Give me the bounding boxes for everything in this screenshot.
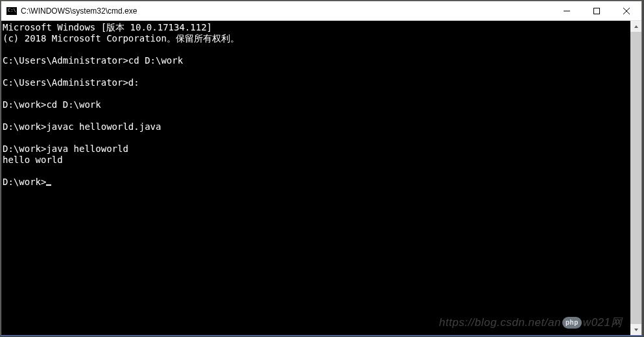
cmd-icon: C:\ [6,7,17,15]
svg-marker-5 [634,329,638,331]
cmd-window: C:\ C:\WINDOWS\system32\cmd.exe Microsof… [1,1,642,336]
svg-marker-4 [634,25,638,28]
scroll-up-button[interactable] [630,21,641,32]
window-controls [552,1,641,20]
scroll-down-button[interactable] [630,324,641,335]
close-button[interactable] [612,1,641,20]
terminal-area: Microsoft Windows [版本 10.0.17134.112] (c… [1,21,641,335]
maximize-button[interactable] [582,1,612,20]
minimize-button[interactable] [552,1,582,20]
terminal-output[interactable]: Microsoft Windows [版本 10.0.17134.112] (c… [1,21,630,335]
svg-rect-1 [594,8,600,14]
scrollbar-track[interactable] [630,32,641,324]
window-title: C:\WINDOWS\system32\cmd.exe [21,6,552,16]
titlebar[interactable]: C:\ C:\WINDOWS\system32\cmd.exe [1,1,641,21]
scrollbar-thumb[interactable] [630,32,641,324]
cursor [46,184,51,186]
vertical-scrollbar[interactable] [630,21,641,335]
